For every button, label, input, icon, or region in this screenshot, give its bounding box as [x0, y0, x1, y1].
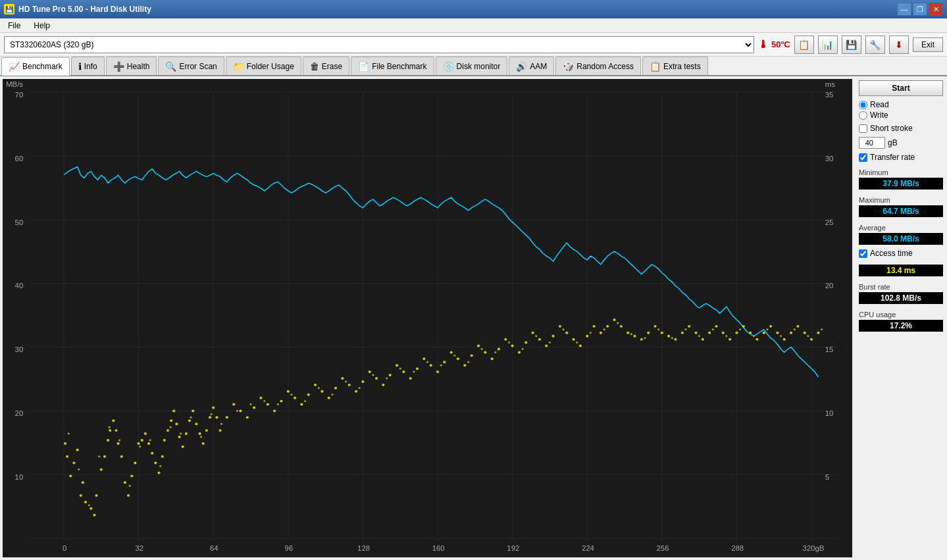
- transfer-rate-checkbox-label[interactable]: Transfer rate: [859, 153, 943, 162]
- settings-button[interactable]: 🔧: [865, 36, 885, 54]
- svg-point-103: [273, 409, 276, 412]
- svg-point-216: [453, 355, 455, 357]
- svg-point-67: [127, 494, 130, 497]
- cpu-usage-value: 17.2%: [859, 320, 943, 332]
- tab-benchmark-label: Benchmark: [22, 62, 63, 71]
- svg-point-48: [66, 455, 68, 458]
- tab-random-access-label: Random Access: [576, 62, 634, 71]
- menu-bar: File Help: [0, 18, 947, 33]
- drive-select[interactable]: ST3320620AS (320 gB): [4, 36, 754, 53]
- svg-point-234: [698, 335, 700, 337]
- svg-point-222: [535, 335, 537, 337]
- exit-button[interactable]: Exit: [913, 38, 943, 52]
- minimize-button[interactable]: —: [897, 3, 911, 16]
- tab-file-benchmark[interactable]: 📄 File Benchmark: [351, 57, 434, 75]
- svg-text:5: 5: [825, 474, 829, 482]
- read-radio-label[interactable]: Read: [859, 100, 943, 109]
- svg-point-232: [671, 337, 673, 339]
- svg-text:10: 10: [825, 410, 834, 418]
- svg-point-210: [372, 374, 374, 376]
- tab-health[interactable]: ➕ Health: [106, 57, 157, 75]
- svg-point-134: [484, 351, 486, 353]
- svg-point-236: [725, 335, 727, 337]
- tab-random-access[interactable]: 🎲 Random Access: [555, 57, 641, 75]
- average-value: 58.0 MB/s: [859, 233, 943, 245]
- tab-folder-usage[interactable]: 📁 Folder Usage: [226, 57, 301, 75]
- svg-point-64: [117, 442, 120, 445]
- short-stroke-checkbox[interactable]: [859, 124, 867, 133]
- svg-point-230: [644, 337, 646, 339]
- svg-point-161: [667, 335, 670, 338]
- svg-point-110: [320, 390, 323, 393]
- app-title: HD Tune Pro 5.00 - Hard Disk Utility: [18, 5, 151, 14]
- svg-point-146: [565, 332, 568, 334]
- svg-point-73: [147, 442, 150, 445]
- access-time-value: 13.4 ms: [859, 265, 943, 276]
- save-button[interactable]: 💾: [842, 36, 861, 54]
- average-label: Average: [859, 224, 943, 232]
- close-button[interactable]: ✕: [929, 3, 943, 16]
- tab-error-scan[interactable]: 🔍 Error Scan: [158, 57, 224, 75]
- write-radio-label[interactable]: Write: [859, 111, 943, 120]
- svg-text:192: 192: [507, 544, 519, 552]
- svg-point-70: [137, 442, 140, 445]
- minimum-value: 37.9 MB/s: [859, 178, 943, 190]
- svg-point-163: [681, 332, 684, 334]
- short-stroke-unit: gB: [888, 138, 898, 147]
- svg-point-136: [498, 348, 500, 351]
- tab-benchmark[interactable]: 📈 Benchmark: [1, 57, 70, 76]
- svg-point-104: [280, 400, 282, 403]
- restore-button[interactable]: ❒: [913, 3, 927, 16]
- tab-extra-tests[interactable]: 📋 Extra tests: [642, 57, 708, 75]
- svg-point-195: [180, 433, 182, 435]
- access-time-stat: 13.4 ms: [859, 265, 943, 276]
- svg-point-237: [739, 328, 741, 330]
- svg-point-179: [790, 332, 792, 334]
- svg-point-160: [661, 332, 663, 334]
- copy-button[interactable]: 📋: [794, 36, 814, 54]
- svg-point-109: [314, 384, 317, 386]
- svg-text:50: 50: [15, 218, 24, 226]
- svg-point-184: [68, 433, 70, 435]
- svg-point-62: [112, 419, 115, 422]
- svg-point-158: [647, 332, 650, 334]
- save-graph-button[interactable]: 📊: [818, 36, 838, 54]
- svg-point-144: [552, 335, 555, 338]
- svg-point-121: [396, 364, 398, 367]
- tab-aam[interactable]: 🔊 AAM: [509, 57, 554, 75]
- svg-point-153: [613, 318, 615, 321]
- menu-file[interactable]: File: [3, 20, 26, 32]
- svg-point-69: [134, 462, 136, 465]
- svg-point-124: [416, 367, 419, 370]
- svg-text:32: 32: [135, 544, 143, 552]
- download-button[interactable]: ⬇: [889, 36, 909, 54]
- svg-point-193: [159, 465, 161, 467]
- start-button[interactable]: Start: [859, 80, 943, 96]
- svg-point-59: [103, 455, 106, 458]
- transfer-rate-checkbox[interactable]: [859, 153, 867, 162]
- svg-point-238: [753, 335, 755, 337]
- tab-info[interactable]: ℹ Info: [71, 57, 105, 75]
- svg-point-140: [525, 342, 527, 344]
- svg-point-200: [236, 410, 238, 412]
- tab-disk-monitor[interactable]: 💿 Disk monitor: [436, 57, 508, 75]
- write-radio[interactable]: [859, 111, 867, 120]
- tab-health-label: Health: [127, 62, 150, 71]
- short-stroke-input[interactable]: [859, 137, 885, 149]
- read-radio[interactable]: [859, 101, 867, 109]
- svg-point-145: [559, 325, 561, 328]
- app-icon: 💾: [4, 4, 14, 14]
- tab-aam-label: AAM: [530, 62, 547, 71]
- svg-point-54: [84, 501, 87, 503]
- svg-point-87: [192, 409, 194, 412]
- svg-point-97: [232, 403, 235, 406]
- tab-erase[interactable]: 🗑 Erase: [303, 57, 349, 75]
- svg-point-74: [151, 452, 153, 455]
- access-time-checkbox-label[interactable]: Access time: [859, 249, 943, 258]
- short-stroke-checkbox-label[interactable]: Short stroke: [859, 124, 943, 133]
- svg-point-131: [463, 364, 466, 367]
- menu-help[interactable]: Help: [28, 20, 55, 32]
- health-icon: ➕: [113, 61, 124, 72]
- access-time-checkbox[interactable]: [859, 249, 867, 258]
- short-stroke-label: Short stroke: [870, 124, 913, 133]
